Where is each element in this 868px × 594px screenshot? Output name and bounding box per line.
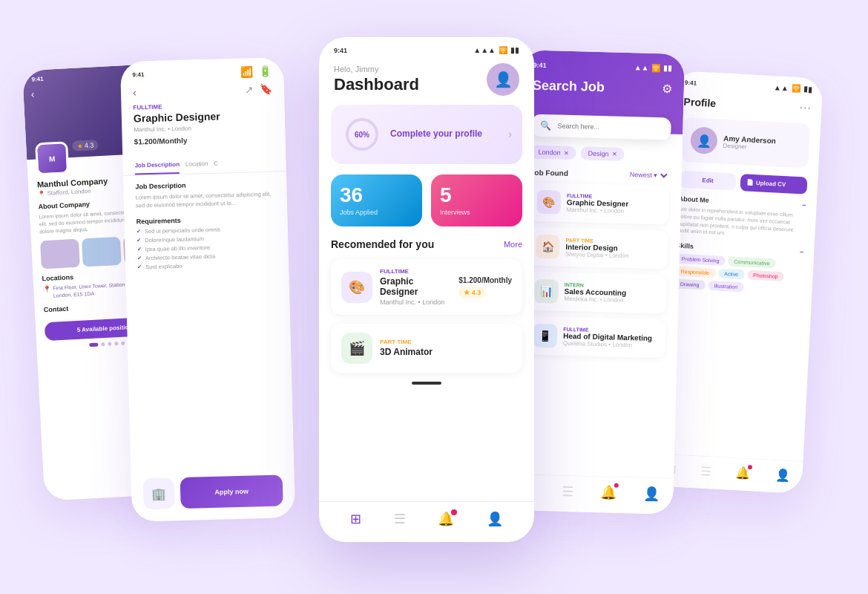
bookmark-action-button[interactable]: 🏢 <box>143 477 175 509</box>
skill-responsible: Responsible <box>674 267 715 278</box>
bookmark-icon[interactable]: 🔖 <box>260 83 272 95</box>
job-title: Graphic Designer <box>134 109 273 125</box>
result-meta-1: Manthul Inc. • London <box>566 206 661 215</box>
job-item-graphic-designer[interactable]: 🎨 FULLTIME Graphic Designer Manthul Inc.… <box>331 259 522 315</box>
edit-button[interactable]: Edit <box>680 171 737 191</box>
nav-home[interactable]: ⊞ <box>350 511 361 527</box>
company-meta: Manthul Inc. • London <box>134 123 273 134</box>
dot-3[interactable] <box>108 342 111 346</box>
page-title: Dashboard <box>334 75 419 94</box>
nav-list[interactable]: ☰ <box>394 511 406 527</box>
tab-job-description[interactable]: Job Description <box>134 161 180 175</box>
collapse-skills-button[interactable]: − <box>800 248 804 255</box>
job-description-card: 9:41 📶 🔋 ‹ ↗ 🔖 FULLTIME Graphic Designer… <box>120 57 295 522</box>
dashboard-card: 9:41 ▲▲▲ 🛜 ▮▮ Helo, Jimmy Dashboard 👤 60… <box>319 37 534 542</box>
bottom-nav: ⊞ ☰ 🔔 👤 <box>510 474 674 515</box>
result-info-4: FULLTIME Head of Digital Marketing Quele… <box>563 326 659 348</box>
nav-bell[interactable]: 🔔 <box>600 484 617 501</box>
profile-complete-text: Complete your profile <box>390 128 482 140</box>
req-title: Requirements <box>136 214 275 225</box>
nav-bell[interactable]: 🔔 <box>438 511 454 527</box>
profile-complete-card[interactable]: 60% Complete your profile › <box>331 105 522 164</box>
more-options-icon[interactable]: ⋯ <box>799 100 812 115</box>
upload-icon: 📄 <box>746 179 754 186</box>
status-icons: 📶 🔋 <box>240 65 272 78</box>
back-button[interactable]: ‹ <box>133 86 137 98</box>
result-info-3: INTERN Sales Accounting Merdeka Inc. • L… <box>564 281 660 304</box>
signal-icon: ▲▲ <box>634 63 649 72</box>
status-bar: 9:41 <box>31 76 43 83</box>
bottom-nav: ⊞ ☰ 🔔 👤 <box>653 453 803 493</box>
star-icon: ★ <box>76 142 83 149</box>
tab-location[interactable]: Location <box>185 160 208 174</box>
greeting-text: Helo, Jimmy <box>334 65 419 74</box>
dot-2[interactable] <box>101 342 105 346</box>
back-arrow-icon[interactable]: ‹ <box>30 88 35 100</box>
collapse-about-button[interactable]: − <box>802 201 806 209</box>
remove-london-tag[interactable]: ✕ <box>563 149 568 156</box>
profile-title: Profile <box>683 95 716 108</box>
user-avatar: 👤 <box>690 126 718 154</box>
filter-tag-design[interactable]: Design ✕ <box>580 146 624 161</box>
tab-company[interactable]: C <box>214 160 218 173</box>
sort-select[interactable]: Newest ▾ Oldest <box>627 170 670 180</box>
dot-1[interactable] <box>89 343 98 347</box>
wifi-icon: 🛜 <box>651 64 660 72</box>
jobs-applied-card: 36 Jobs Applied <box>331 174 422 226</box>
share-icon[interactable]: ↗ <box>245 83 254 95</box>
dot-5[interactable] <box>121 342 125 345</box>
search-result-4[interactable]: 📱 FULLTIME Head of Digital Marketing Que… <box>525 316 665 359</box>
search-input[interactable] <box>557 123 662 133</box>
apply-now-button[interactable]: Apply now <box>180 474 283 509</box>
jobs-applied-number: 36 <box>340 185 413 206</box>
nav-profile[interactable]: 👤 <box>487 511 503 527</box>
bottom-actions: 🏢 Apply now <box>131 474 295 510</box>
check-icon: ✔ <box>137 246 142 252</box>
result-info-1: FULLTIME Graphic Designer Manthul Inc. •… <box>566 192 662 215</box>
search-icon: 🔍 <box>540 120 551 131</box>
photo-2 <box>82 237 122 267</box>
avatar[interactable]: 👤 <box>487 63 519 96</box>
search-result-2[interactable]: 🏠 PART TIME Interior Design Sheyou Digit… <box>528 227 668 270</box>
notification-badge <box>451 509 457 515</box>
search-result-3[interactable]: 📊 INTERN Sales Accounting Merdeka Inc. •… <box>527 272 667 314</box>
interviews-card: 5 Interviews <box>431 174 522 226</box>
nav-profile[interactable]: 👤 <box>643 486 660 503</box>
search-box[interactable]: 🔍 <box>531 114 671 140</box>
more-link[interactable]: More <box>504 240 522 249</box>
job-item-3d-animator[interactable]: 🎬 PART TIME 3D Animator <box>331 324 522 373</box>
check-icon: ✔ <box>137 264 142 270</box>
wifi-icon: 🛜 <box>499 46 507 54</box>
job-title-1: Graphic Designer <box>380 276 451 297</box>
nav-list[interactable]: ☰ <box>700 464 711 479</box>
requirements-section: Requirements ✔Sed ut perspiciatis unde o… <box>124 214 289 271</box>
job-salary-rating: $1.200/Monthly ★ 4.3 <box>458 276 512 298</box>
status-bar: 9:41 ▲▲▲ 🛜 ▮▮ <box>319 37 534 57</box>
company-logo: M <box>35 141 69 175</box>
recommended-header: Recomended for you More <box>319 238 534 250</box>
result-icon-2: 🏠 <box>536 235 560 259</box>
recommended-title: Recomended for you <box>331 238 434 250</box>
search-title: Search Job <box>533 78 605 96</box>
about-text: Iure dolor in reprehenderit in voluptate… <box>677 206 806 241</box>
nav-list[interactable]: ☰ <box>562 483 574 500</box>
search-result-1[interactable]: 🎨 FULLTIME Graphic Designer Manthul Inc.… <box>529 183 669 225</box>
nav-bell[interactable]: 🔔 <box>735 466 751 480</box>
job-icon-2: 🎬 <box>341 333 372 364</box>
dot-4[interactable] <box>114 342 118 345</box>
remove-design-tag[interactable]: ✕ <box>611 151 617 157</box>
upload-cv-button[interactable]: 📄 Upload CV <box>740 174 807 195</box>
notification-badge <box>748 465 752 469</box>
filter-icon[interactable]: ⚙ <box>662 82 672 96</box>
skill-photoshop: Photoshop <box>747 270 784 282</box>
status-icons: ▲▲ 🛜 ▮▮ <box>774 83 812 94</box>
user-card: 👤 Amy Anderson Designer <box>680 117 810 169</box>
photo-1 <box>40 239 80 270</box>
job-info-2: PART TIME 3D Animator <box>380 339 512 359</box>
filter-tag-london[interactable]: London ✕ <box>530 146 576 160</box>
nav-profile[interactable]: 👤 <box>775 468 790 483</box>
job-type-2: PART TIME <box>380 339 512 345</box>
salary: $1.200/Monthly <box>134 134 274 146</box>
status-icons: ▲▲▲ 🛜 ▮▮ <box>473 46 519 54</box>
svg-text:60%: 60% <box>355 131 369 139</box>
